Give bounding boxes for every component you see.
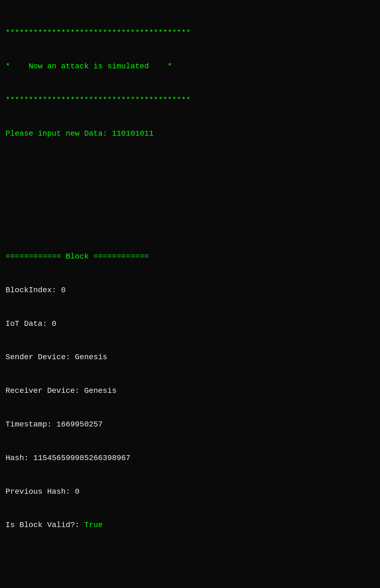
- banner-line1: ****************************************: [6, 27, 374, 39]
- block0-valid-value: True: [84, 521, 103, 529]
- block0-separator: ============ Block ============: [6, 251, 374, 262]
- block0-timestamp-value: 1669950257: [56, 420, 103, 429]
- block0-receiver: Receiver Device: Genesis: [6, 385, 374, 397]
- spacer-1: [6, 162, 374, 173]
- block0-prev-hash-label: Previous Hash:: [6, 487, 75, 496]
- spacer-4: [6, 587, 374, 588]
- block0-prev-hash-value: 0: [75, 487, 80, 496]
- input-prompt: Please input new Data: 110101011: [6, 128, 374, 139]
- block0-timestamp: Timestamp: 1669950257: [6, 419, 374, 430]
- block0-receiver-value: Genesis: [84, 386, 117, 395]
- block0-sender-label: Sender Device:: [6, 353, 75, 361]
- spacer-2: [6, 195, 374, 206]
- terminal-output: ****************************************…: [6, 5, 374, 588]
- block0-valid: Is Block Valid?: True: [6, 520, 374, 531]
- block0-hash-value: 115456599985266398967: [33, 454, 131, 462]
- block0-sender-value: Genesis: [75, 353, 107, 361]
- block0-index-label: BlockIndex:: [6, 286, 61, 294]
- block0-timestamp-label: Timestamp:: [6, 420, 56, 429]
- block0-iot-value: 0: [52, 319, 56, 328]
- block0-valid-label: Is Block Valid?:: [6, 521, 84, 529]
- spacer-3: [6, 553, 374, 565]
- block0-iot: IoT Data: 0: [6, 318, 374, 330]
- block0-hash-label: Hash:: [6, 454, 33, 462]
- block0-receiver-label: Receiver Device:: [6, 386, 84, 395]
- banner-line2: * Now an attack is simulated *: [6, 61, 374, 72]
- block0-iot-label: IoT Data:: [6, 319, 52, 328]
- block0-index: BlockIndex: 0: [6, 285, 374, 296]
- block0-index-value: 0: [61, 286, 66, 294]
- block0-prev-hash: Previous Hash: 0: [6, 486, 374, 498]
- banner-line3: ****************************************: [6, 95, 374, 106]
- block0-hash: Hash: 115456599985266398967: [6, 453, 374, 464]
- block0-sender: Sender Device: Genesis: [6, 352, 374, 363]
